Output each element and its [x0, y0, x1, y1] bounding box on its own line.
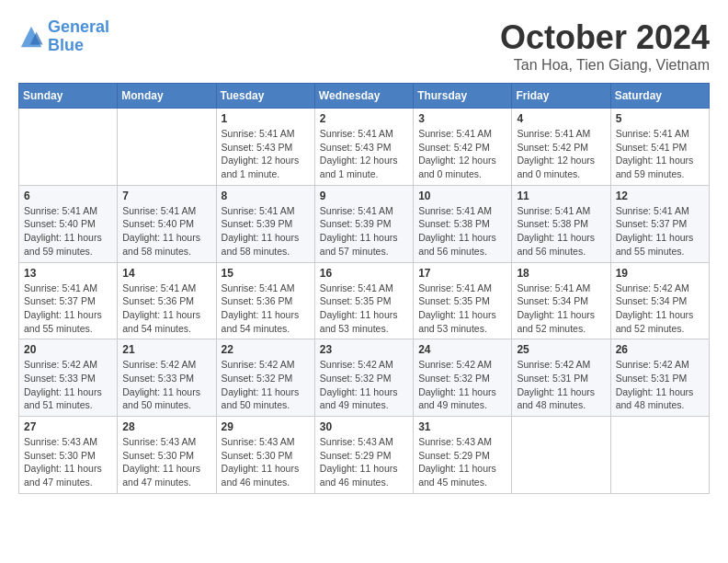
calendar-cell: 3Sunrise: 5:41 AM Sunset: 5:42 PM Daylig…: [414, 109, 512, 186]
calendar-week-row: 13Sunrise: 5:41 AM Sunset: 5:37 PM Dayli…: [19, 262, 710, 339]
title-block: October 2024 Tan Hoa, Tien Giang, Vietna…: [500, 18, 710, 74]
day-number: 1: [222, 112, 310, 125]
day-info: Sunrise: 5:41 AM Sunset: 5:35 PM Dayligh…: [418, 282, 506, 336]
day-info: Sunrise: 5:41 AM Sunset: 5:43 PM Dayligh…: [320, 127, 408, 181]
day-number: 9: [320, 190, 408, 202]
day-info: Sunrise: 5:41 AM Sunset: 5:38 PM Dayligh…: [418, 204, 506, 259]
calendar-cell: 12Sunrise: 5:41 AM Sunset: 5:37 PM Dayli…: [610, 185, 709, 262]
day-info: Sunrise: 5:41 AM Sunset: 5:39 PM Dayligh…: [320, 204, 408, 259]
day-info: Sunrise: 5:41 AM Sunset: 5:37 PM Dayligh…: [24, 282, 112, 336]
calendar-cell: 16Sunrise: 5:41 AM Sunset: 5:35 PM Dayli…: [314, 262, 413, 339]
calendar-cell: 31Sunrise: 5:43 AM Sunset: 5:29 PM Dayli…: [414, 417, 512, 494]
day-info: Sunrise: 5:41 AM Sunset: 5:34 PM Dayligh…: [517, 282, 605, 336]
calendar-cell: [610, 417, 709, 494]
day-number: 11: [517, 190, 605, 202]
logo: General Blue: [18, 18, 109, 55]
day-number: 22: [222, 343, 310, 356]
day-number: 28: [122, 420, 210, 433]
day-number: 25: [517, 343, 605, 356]
day-number: 10: [418, 190, 506, 202]
day-info: Sunrise: 5:42 AM Sunset: 5:32 PM Dayligh…: [222, 358, 310, 412]
weekday-header-wednesday: Wednesday: [314, 84, 413, 109]
calendar-cell: 24Sunrise: 5:42 AM Sunset: 5:32 PM Dayli…: [414, 339, 512, 417]
logo-icon: [18, 24, 44, 50]
day-info: Sunrise: 5:41 AM Sunset: 5:35 PM Dayligh…: [320, 282, 408, 336]
day-info: Sunrise: 5:43 AM Sunset: 5:29 PM Dayligh…: [320, 435, 408, 489]
day-number: 15: [222, 267, 310, 280]
calendar-cell: 15Sunrise: 5:41 AM Sunset: 5:36 PM Dayli…: [216, 262, 314, 339]
calendar-table: SundayMondayTuesdayWednesdayThursdayFrid…: [18, 83, 710, 494]
calendar-cell: 18Sunrise: 5:41 AM Sunset: 5:34 PM Dayli…: [512, 262, 610, 339]
month-title: October 2024: [500, 18, 710, 57]
day-info: Sunrise: 5:42 AM Sunset: 5:34 PM Dayligh…: [616, 282, 704, 336]
calendar-cell: 28Sunrise: 5:43 AM Sunset: 5:30 PM Dayli…: [118, 417, 216, 494]
calendar-cell: [512, 417, 610, 494]
day-number: 19: [616, 267, 704, 280]
day-info: Sunrise: 5:41 AM Sunset: 5:43 PM Dayligh…: [222, 127, 310, 181]
day-number: 4: [517, 112, 605, 125]
day-info: Sunrise: 5:41 AM Sunset: 5:41 PM Dayligh…: [616, 127, 704, 181]
weekday-header-thursday: Thursday: [414, 84, 512, 109]
day-info: Sunrise: 5:41 AM Sunset: 5:36 PM Dayligh…: [222, 282, 310, 336]
day-number: 18: [517, 267, 605, 280]
calendar-week-row: 20Sunrise: 5:42 AM Sunset: 5:33 PM Dayli…: [19, 339, 710, 417]
calendar-cell: 4Sunrise: 5:41 AM Sunset: 5:42 PM Daylig…: [512, 109, 610, 186]
day-number: 3: [418, 112, 506, 125]
day-number: 5: [616, 112, 704, 125]
calendar-cell: 6Sunrise: 5:41 AM Sunset: 5:40 PM Daylig…: [19, 185, 118, 262]
calendar-cell: 10Sunrise: 5:41 AM Sunset: 5:38 PM Dayli…: [414, 185, 512, 262]
day-number: 23: [320, 343, 408, 356]
calendar-cell: 26Sunrise: 5:42 AM Sunset: 5:31 PM Dayli…: [610, 339, 709, 417]
day-info: Sunrise: 5:42 AM Sunset: 5:31 PM Dayligh…: [616, 358, 704, 412]
day-number: 7: [122, 190, 210, 202]
day-info: Sunrise: 5:42 AM Sunset: 5:33 PM Dayligh…: [24, 358, 112, 412]
day-info: Sunrise: 5:42 AM Sunset: 5:33 PM Dayligh…: [122, 358, 210, 412]
day-info: Sunrise: 5:41 AM Sunset: 5:42 PM Dayligh…: [517, 127, 605, 181]
calendar-cell: [19, 109, 118, 186]
day-number: 29: [222, 420, 310, 433]
day-number: 27: [24, 420, 112, 433]
calendar-cell: 2Sunrise: 5:41 AM Sunset: 5:43 PM Daylig…: [314, 109, 413, 186]
day-info: Sunrise: 5:41 AM Sunset: 5:40 PM Dayligh…: [122, 204, 210, 259]
day-info: Sunrise: 5:43 AM Sunset: 5:30 PM Dayligh…: [122, 435, 210, 489]
weekday-header-sunday: Sunday: [19, 84, 118, 109]
weekday-header-saturday: Saturday: [610, 84, 709, 109]
calendar-cell: 21Sunrise: 5:42 AM Sunset: 5:33 PM Dayli…: [118, 339, 216, 417]
day-number: 30: [320, 420, 408, 433]
calendar-cell: 13Sunrise: 5:41 AM Sunset: 5:37 PM Dayli…: [19, 262, 118, 339]
calendar-cell: 20Sunrise: 5:42 AM Sunset: 5:33 PM Dayli…: [19, 339, 118, 417]
calendar-cell: 27Sunrise: 5:43 AM Sunset: 5:30 PM Dayli…: [19, 417, 118, 494]
location-title: Tan Hoa, Tien Giang, Vietnam: [500, 57, 710, 74]
logo-text: General Blue: [48, 18, 109, 55]
day-number: 24: [418, 343, 506, 356]
calendar-week-row: 27Sunrise: 5:43 AM Sunset: 5:30 PM Dayli…: [19, 417, 710, 494]
calendar-cell: 11Sunrise: 5:41 AM Sunset: 5:38 PM Dayli…: [512, 185, 610, 262]
day-info: Sunrise: 5:41 AM Sunset: 5:42 PM Dayligh…: [418, 127, 506, 181]
day-number: 31: [418, 420, 506, 433]
day-number: 14: [122, 267, 210, 280]
day-info: Sunrise: 5:41 AM Sunset: 5:40 PM Dayligh…: [24, 204, 112, 259]
calendar-cell: 19Sunrise: 5:42 AM Sunset: 5:34 PM Dayli…: [610, 262, 709, 339]
calendar-cell: 7Sunrise: 5:41 AM Sunset: 5:40 PM Daylig…: [118, 185, 216, 262]
day-info: Sunrise: 5:41 AM Sunset: 5:37 PM Dayligh…: [616, 204, 704, 259]
weekday-header-friday: Friday: [512, 84, 610, 109]
calendar-cell: [118, 109, 216, 186]
day-info: Sunrise: 5:43 AM Sunset: 5:30 PM Dayligh…: [222, 435, 310, 489]
weekday-header-monday: Monday: [118, 84, 216, 109]
day-info: Sunrise: 5:42 AM Sunset: 5:32 PM Dayligh…: [320, 358, 408, 412]
day-info: Sunrise: 5:42 AM Sunset: 5:31 PM Dayligh…: [517, 358, 605, 412]
calendar-cell: 23Sunrise: 5:42 AM Sunset: 5:32 PM Dayli…: [314, 339, 413, 417]
weekday-header-row: SundayMondayTuesdayWednesdayThursdayFrid…: [19, 84, 710, 109]
calendar-cell: 8Sunrise: 5:41 AM Sunset: 5:39 PM Daylig…: [216, 185, 314, 262]
calendar-cell: 30Sunrise: 5:43 AM Sunset: 5:29 PM Dayli…: [314, 417, 413, 494]
day-number: 13: [24, 267, 112, 280]
calendar-cell: 1Sunrise: 5:41 AM Sunset: 5:43 PM Daylig…: [216, 109, 314, 186]
day-number: 26: [616, 343, 704, 356]
calendar-week-row: 6Sunrise: 5:41 AM Sunset: 5:40 PM Daylig…: [19, 185, 710, 262]
calendar-cell: 5Sunrise: 5:41 AM Sunset: 5:41 PM Daylig…: [610, 109, 709, 186]
page-header: General Blue October 2024 Tan Hoa, Tien …: [18, 18, 710, 74]
day-number: 20: [24, 343, 112, 356]
day-number: 8: [222, 190, 310, 202]
day-number: 17: [418, 267, 506, 280]
calendar-cell: 22Sunrise: 5:42 AM Sunset: 5:32 PM Dayli…: [216, 339, 314, 417]
